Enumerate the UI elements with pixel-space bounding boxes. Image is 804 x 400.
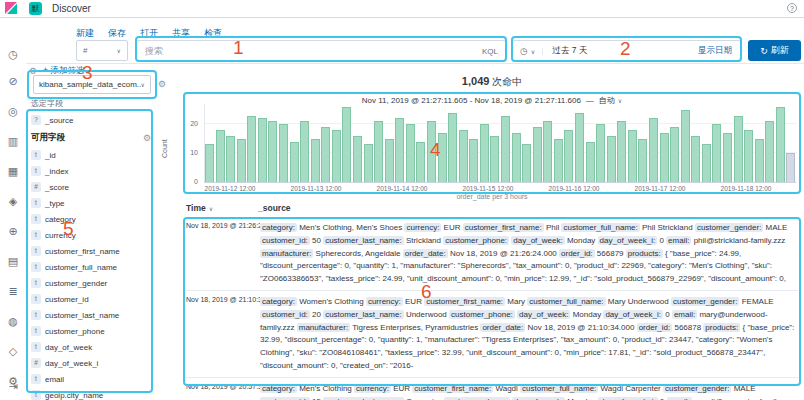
clock-icon[interactable]: ◷	[513, 46, 531, 56]
histogram-bar[interactable]	[712, 124, 721, 182]
histogram-bar[interactable]	[522, 144, 531, 182]
histogram-bar[interactable]	[205, 144, 214, 182]
histogram-bar[interactable]	[660, 133, 669, 182]
histogram-bar[interactable]	[237, 139, 246, 182]
table-row[interactable]: Nov 18, 2019 @ 21:10:3category: Women's …	[186, 291, 798, 378]
histogram-bar[interactable]	[258, 118, 267, 182]
field-item[interactable]: tcategory	[31, 211, 151, 227]
index-pattern-select[interactable]: kibana_sample_data_ecom... ∨	[33, 75, 151, 94]
table-row[interactable]: Nov 18, 2019 @ 20:57:36.000category: Men…	[186, 378, 798, 400]
siem-icon[interactable]: ◇	[6, 344, 20, 358]
histogram-bar[interactable]	[448, 113, 457, 182]
histogram-bar[interactable]	[406, 124, 415, 182]
field-item[interactable]: #_score	[31, 179, 151, 195]
field-item[interactable]: tday_of_week	[31, 339, 151, 355]
field-item[interactable]: tcustomer_id	[31, 291, 151, 307]
field-item[interactable]: tcustomer_full_name	[31, 259, 151, 275]
menu-item[interactable]: 新建	[76, 27, 94, 40]
histogram-bar[interactable]	[247, 116, 256, 182]
collapse-nav-icon[interactable]: ⇥	[6, 379, 20, 393]
query-language-button[interactable]: KQL	[482, 47, 505, 56]
field-item[interactable]: temail	[31, 371, 151, 387]
chevron-down-icon[interactable]: ∨	[531, 48, 543, 55]
histogram-bar[interactable]	[734, 116, 743, 182]
histogram-bar[interactable]	[786, 153, 795, 182]
apm-icon[interactable]: ◍	[6, 314, 20, 328]
histogram-bar[interactable]	[300, 121, 309, 182]
histogram-bar[interactable]	[501, 116, 510, 182]
histogram-bar[interactable]	[268, 121, 277, 182]
histogram-bar[interactable]	[755, 139, 764, 182]
histogram-bar[interactable]	[723, 133, 732, 182]
histogram-bar[interactable]	[596, 124, 605, 182]
menu-item[interactable]: 共享	[172, 27, 190, 40]
histogram-bar[interactable]	[607, 136, 616, 182]
menu-item[interactable]: 保存	[108, 27, 126, 40]
histogram-bar[interactable]	[554, 139, 563, 182]
histogram-bar[interactable]	[744, 130, 753, 182]
histogram-bar[interactable]	[459, 130, 468, 182]
field-item[interactable]: tcustomer_last_name	[31, 307, 151, 323]
index-pattern-settings-gear-icon[interactable]: ⚙	[158, 79, 166, 89]
refresh-button[interactable]: ↻ 刷新	[748, 40, 801, 61]
histogram-bar[interactable]	[290, 142, 299, 182]
maps-icon[interactable]: ◈	[6, 194, 20, 208]
histogram-bar[interactable]	[427, 121, 436, 182]
field-item[interactable]: tgeoip.city_name	[31, 387, 151, 400]
histogram-bar[interactable]	[416, 142, 425, 182]
histogram-bar[interactable]	[702, 144, 711, 182]
machine-learning-icon[interactable]: ⊕	[6, 224, 20, 238]
query-filter-dropdown-button[interactable]: # ∨	[76, 40, 128, 61]
histogram-bar[interactable]	[586, 142, 595, 182]
histogram-bar[interactable]	[385, 139, 394, 182]
field-item[interactable]: tcurrency	[31, 227, 151, 243]
histogram-bar[interactable]	[342, 107, 351, 182]
histogram-bar[interactable]	[681, 110, 690, 182]
help-icon[interactable]: ?	[787, 3, 797, 13]
field-item[interactable]: t_id	[31, 147, 151, 163]
histogram-bar[interactable]	[480, 124, 489, 182]
histogram-bar[interactable]	[321, 127, 330, 182]
time-column-header[interactable]: Time ∨	[186, 203, 258, 213]
dashboard-icon[interactable]: ▦	[6, 164, 20, 178]
field-item[interactable]: tcustomer_gender	[31, 275, 151, 291]
histogram-bar[interactable]	[364, 144, 373, 182]
histogram-bar[interactable]	[575, 113, 584, 182]
canvas-icon[interactable]: ⊘	[6, 74, 20, 88]
time-picker[interactable]: ◷ ∨ 过去 7 天 显示日期	[512, 40, 741, 62]
selected-field-item[interactable]: ?_source	[31, 112, 151, 128]
histogram-bar[interactable]	[533, 127, 542, 182]
histogram-bar[interactable]	[226, 136, 235, 182]
visualize-icon[interactable]: ▥	[6, 134, 20, 148]
space-badge[interactable]: 默	[29, 2, 42, 15]
histogram-bar[interactable]	[691, 136, 700, 182]
histogram-bar[interactable]	[765, 121, 774, 182]
search-input[interactable]	[137, 46, 482, 56]
field-item[interactable]: t_type	[31, 195, 151, 211]
field-item[interactable]: t_index	[31, 163, 151, 179]
histogram-bar[interactable]	[617, 121, 626, 182]
field-item[interactable]: tcustomer_phone	[31, 323, 151, 339]
histogram-bar[interactable]	[216, 130, 225, 182]
time-range-value[interactable]: 过去 7 天	[543, 45, 587, 57]
histogram-bar[interactable]	[490, 136, 499, 182]
histogram-bar[interactable]	[332, 130, 341, 182]
histogram-bar[interactable]	[776, 107, 785, 182]
field-item[interactable]: #day_of_week_i	[31, 355, 151, 371]
discover-icon[interactable]: ◎	[6, 104, 20, 118]
show-dates-button[interactable]: 显示日期	[698, 45, 740, 57]
recently-viewed-icon[interactable]: ◷	[6, 47, 20, 61]
histogram-bar[interactable]	[543, 121, 552, 182]
histogram-bar[interactable]	[649, 118, 658, 182]
histogram-bar[interactable]	[438, 133, 447, 182]
menu-item[interactable]: 检查	[204, 27, 222, 40]
metrics-icon[interactable]: ▤	[6, 254, 20, 268]
histogram-bar[interactable]	[670, 127, 679, 182]
table-row[interactable]: Nov 18, 2019 @ 21:26:24.000category: Men…	[186, 217, 798, 291]
histogram-bar[interactable]	[469, 139, 478, 182]
histogram-bar[interactable]	[564, 130, 573, 182]
histogram-bar[interactable]	[374, 121, 383, 182]
menu-item[interactable]: 打开	[140, 27, 158, 40]
histogram-bar[interactable]	[353, 136, 362, 182]
logs-icon[interactable]: ≣	[6, 284, 20, 298]
